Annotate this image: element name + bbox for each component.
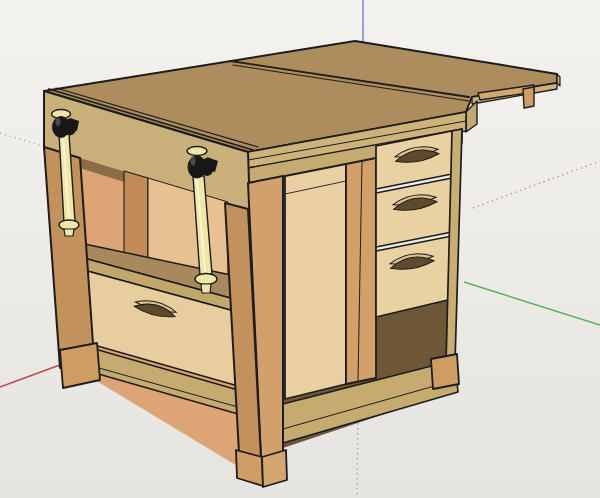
vise-screw-1-knob-highlight[interactable] [56, 118, 61, 126]
front-corner-foot-right[interactable] [262, 450, 287, 487]
vise-screw-2-cap[interactable] [187, 147, 207, 156]
vise-screw-2-tip[interactable] [201, 284, 211, 293]
vise-screw-1-tip[interactable] [64, 229, 74, 236]
vise-screw-2-knob-highlight[interactable] [191, 157, 196, 166]
viewport[interactable] [0, 0, 600, 498]
model-canvas[interactable] [0, 0, 600, 498]
vise-screw-2-collar[interactable] [195, 274, 217, 285]
cabinet-door-panel[interactable] [285, 164, 346, 399]
leaf-support-lip[interactable] [523, 87, 534, 108]
left-front-leg-foot[interactable] [60, 343, 100, 388]
right-corner-foot[interactable] [431, 354, 459, 389]
